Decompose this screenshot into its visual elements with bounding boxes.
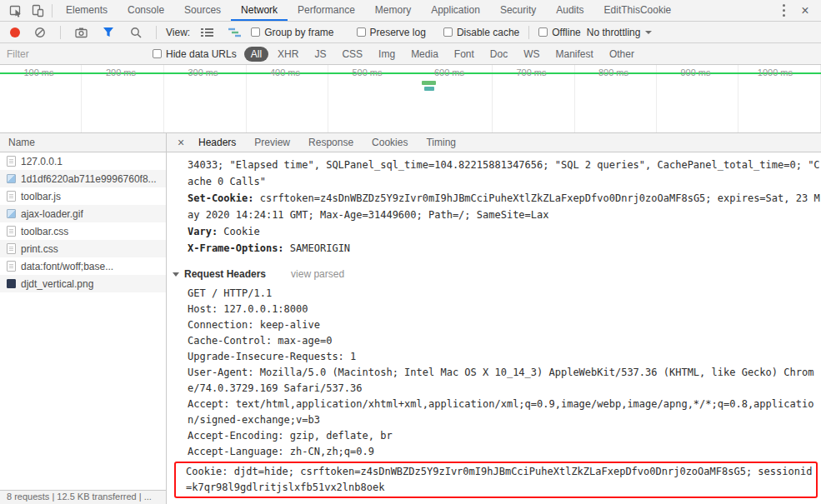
request-headers-section-header[interactable]: Request Headers view parsed: [173, 267, 821, 282]
request-row[interactable]: 1d1df6220ab711e9996760f8...: [0, 170, 166, 187]
pill-img[interactable]: Img: [372, 47, 402, 62]
disable-cache-checkbox[interactable]: Disable cache: [443, 27, 519, 38]
request-name: djdt_vertical.png: [21, 278, 93, 290]
pill-css[interactable]: CSS: [335, 47, 369, 62]
checkbox-box[interactable]: [153, 49, 162, 58]
tab-cookies[interactable]: Cookies: [363, 133, 416, 152]
image-icon: [7, 209, 16, 218]
disclosure-triangle-icon[interactable]: [173, 272, 179, 277]
request-row[interactable]: ajax-loader.gif: [0, 205, 166, 222]
hide-data-urls-label: Hide data URLs: [166, 48, 237, 60]
details-tab-strip: × Headers Preview Response Cookies Timin…: [167, 133, 821, 152]
pill-ws[interactable]: WS: [517, 47, 546, 62]
network-main-area: Name 127.0.0.1 1d1df6220ab711e9996760f8.…: [0, 133, 821, 504]
chevron-down-icon: [645, 31, 652, 34]
request-name: toolbar.js: [21, 191, 61, 202]
response-header-x-frame-options: X-Frame-Options: SAMEORIGIN: [188, 240, 821, 257]
tab-timing[interactable]: Timing: [418, 133, 464, 152]
hide-data-urls-checkbox[interactable]: Hide data URLs: [153, 48, 237, 60]
name-column-header[interactable]: Name: [0, 133, 166, 152]
checkbox-box[interactable]: [251, 27, 260, 37]
request-row[interactable]: print.css: [0, 240, 166, 257]
raw-header-line: Accept-Encoding: gzip, deflate, br: [188, 428, 821, 444]
header-name: Vary:: [188, 226, 218, 237]
pill-media[interactable]: Media: [404, 47, 445, 62]
capture-screenshots-camera-icon[interactable]: [70, 22, 92, 42]
request-row[interactable]: toolbar.js: [0, 187, 166, 205]
network-toolbar: View: Group by frame Preserve log Disabl…: [0, 22, 821, 43]
timeline-tick-label: 1000 ms: [739, 65, 821, 80]
pill-other[interactable]: Other: [603, 47, 641, 62]
image-icon: [7, 279, 16, 288]
response-header-set-cookie: Set-Cookie: csrftoken=z4sDnWBZDz5Y9zIvr0…: [188, 190, 821, 223]
close-details-icon[interactable]: ×: [173, 133, 188, 152]
close-devtools-icon[interactable]: ×: [794, 1, 816, 21]
request-name: print.css: [21, 243, 58, 255]
header-name: X-Frame-Options:: [188, 242, 284, 254]
record-button[interactable]: [10, 27, 20, 37]
tab-console[interactable]: Console: [118, 0, 174, 21]
request-row[interactable]: djdt_vertical.png: [0, 275, 166, 292]
tab-elements[interactable]: Elements: [56, 0, 118, 21]
timeline-overview[interactable]: 100 ms 200 ms 300 ms 400 ms 500 ms 600 m…: [0, 65, 821, 133]
request-name: ajax-loader.gif: [21, 208, 83, 220]
devtools-window: Elements Console Sources Network Perform…: [0, 0, 821, 504]
tab-performance[interactable]: Performance: [288, 0, 365, 21]
more-options-icon[interactable]: [773, 1, 794, 21]
group-by-frame-checkbox[interactable]: Group by frame: [251, 27, 333, 38]
offline-checkbox[interactable]: Offline: [538, 27, 580, 38]
filter-input[interactable]: [7, 48, 145, 60]
image-icon: [7, 174, 16, 183]
request-rows: 127.0.0.1 1d1df6220ab711e9996760f8... to…: [0, 152, 166, 490]
tab-security[interactable]: Security: [490, 0, 546, 21]
tab-editthiscookie[interactable]: EditThisCookie: [594, 0, 682, 21]
main-tab-strip: Elements Console Sources Network Perform…: [56, 0, 681, 21]
filter-funnel-icon[interactable]: [98, 22, 119, 42]
raw-header-line: GET / HTTP/1.1: [188, 286, 821, 302]
raw-header-line: Host: 127.0.0.1:8000: [188, 302, 821, 317]
view-parsed-link[interactable]: view parsed: [291, 268, 344, 280]
stylesheet-icon: [7, 226, 16, 237]
section-title: Request Headers: [184, 268, 266, 280]
offline-label: Offline: [552, 27, 580, 38]
headers-content: 34033; "Elapsed time", SQLPanel_sql_time…: [167, 152, 821, 504]
timeline-tick-label: 900 ms: [657, 65, 739, 80]
pill-font[interactable]: Font: [448, 47, 481, 62]
search-icon[interactable]: [125, 22, 147, 42]
pill-xhr[interactable]: XHR: [271, 47, 305, 62]
overview-toggle-icon[interactable]: [223, 22, 245, 42]
list-view-icon[interactable]: [196, 22, 218, 42]
tab-response[interactable]: Response: [300, 133, 362, 152]
tab-sources[interactable]: Sources: [174, 0, 231, 21]
network-filter-bar: Hide data URLs All XHR JS CSS Img Media …: [0, 43, 821, 65]
tab-memory[interactable]: Memory: [365, 0, 421, 21]
status-bar: 8 requests | 12.5 KB transferred | ...: [0, 490, 166, 504]
tab-network[interactable]: Network: [231, 0, 288, 21]
pill-js[interactable]: JS: [308, 47, 333, 62]
tab-headers[interactable]: Headers: [190, 133, 244, 152]
raw-header-line: Cache-Control: max-age=0: [188, 333, 821, 349]
inspect-element-icon[interactable]: [5, 1, 27, 21]
waterfall-bar: [422, 81, 436, 85]
pill-doc[interactable]: Doc: [483, 47, 514, 62]
document-icon: [7, 156, 16, 167]
timeline-tick-label: 100 ms: [0, 65, 83, 80]
checkbox-box[interactable]: [357, 27, 366, 37]
throttling-select[interactable]: No throttling: [587, 27, 653, 38]
pill-all[interactable]: All: [244, 47, 268, 62]
timeline-tick-label: 700 ms: [493, 65, 575, 80]
separator: [52, 4, 53, 17]
request-row[interactable]: data:font/woff;base...: [0, 257, 166, 275]
tab-application[interactable]: Application: [421, 0, 490, 21]
checkbox-box[interactable]: [538, 27, 548, 37]
preserve-log-checkbox[interactable]: Preserve log: [357, 27, 426, 38]
header-value: csrftoken=z4sDnWBZDz5Y9zIvr0mI9hJBmCciPu…: [188, 192, 820, 221]
clear-icon[interactable]: [29, 22, 51, 42]
device-toolbar-icon[interactable]: [27, 1, 48, 21]
pill-manifest[interactable]: Manifest: [549, 47, 600, 62]
checkbox-box[interactable]: [443, 27, 453, 37]
request-row[interactable]: toolbar.css: [0, 222, 166, 240]
tab-preview[interactable]: Preview: [246, 133, 298, 152]
tab-audits[interactable]: Audits: [546, 0, 593, 21]
request-row[interactable]: 127.0.0.1: [0, 152, 166, 170]
